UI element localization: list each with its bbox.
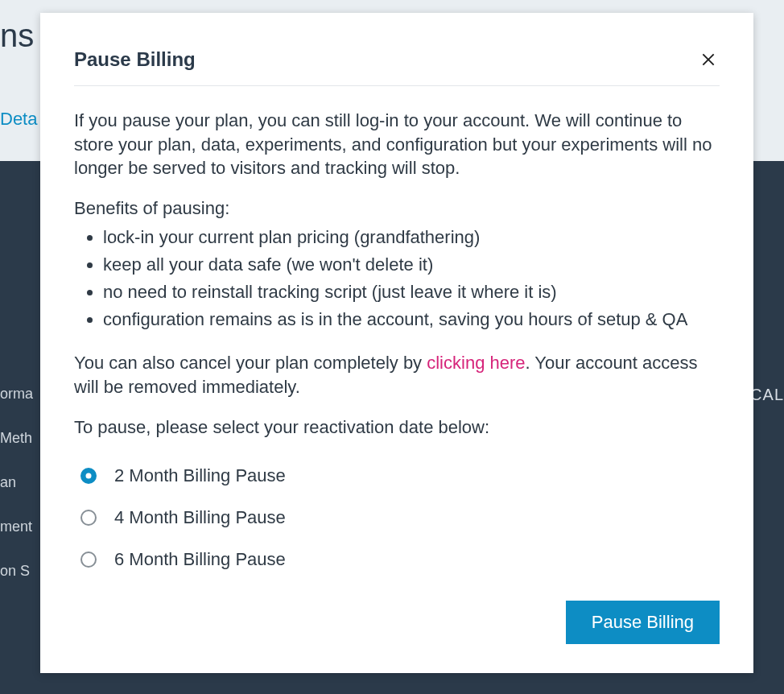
tab-details[interactable]: Deta bbox=[0, 109, 37, 130]
modal-header: Pause Billing bbox=[74, 48, 720, 86]
radio-label: 4 Month Billing Pause bbox=[114, 507, 286, 528]
sidebar-item[interactable]: an bbox=[0, 474, 16, 491]
benefits-heading: Benefits of pausing: bbox=[74, 198, 720, 219]
benefit-item: no need to reinstall tracking script (ju… bbox=[103, 279, 720, 306]
sidebar-item[interactable]: ment bbox=[0, 518, 32, 535]
close-button[interactable] bbox=[697, 48, 720, 71]
sidebar-item[interactable]: on S bbox=[0, 563, 30, 580]
pause-option-2-month[interactable]: 2 Month Billing Pause bbox=[80, 465, 720, 486]
radio-label: 6 Month Billing Pause bbox=[114, 549, 286, 570]
cancel-prefix: You can also cancel your plan completely… bbox=[74, 353, 427, 373]
radio-icon bbox=[80, 468, 97, 484]
modal-intro-text: If you pause your plan, you can still lo… bbox=[74, 109, 720, 180]
cancel-text: You can also cancel your plan completely… bbox=[74, 351, 720, 399]
select-reactivation-text: To pause, please select your reactivatio… bbox=[74, 417, 720, 438]
benefit-item: lock-in your current plan pricing (grand… bbox=[103, 224, 720, 251]
modal-title: Pause Billing bbox=[74, 48, 196, 71]
cancel-link[interactable]: clicking here bbox=[427, 353, 525, 373]
pause-duration-radio-group: 2 Month Billing Pause 4 Month Billing Pa… bbox=[74, 465, 720, 570]
pause-option-6-month[interactable]: 6 Month Billing Pause bbox=[80, 549, 720, 570]
benefit-item: keep all your data safe (we won't delete… bbox=[103, 251, 720, 279]
pause-billing-modal: Pause Billing If you pause your plan, yo… bbox=[40, 13, 753, 673]
pause-option-4-month[interactable]: 4 Month Billing Pause bbox=[80, 507, 720, 528]
radio-label: 2 Month Billing Pause bbox=[114, 465, 286, 486]
radio-icon bbox=[80, 510, 97, 526]
radio-icon bbox=[80, 551, 97, 568]
close-icon bbox=[700, 52, 716, 68]
modal-footer: Pause Billing bbox=[74, 576, 720, 644]
benefit-item: configuration remains as is in the accou… bbox=[103, 306, 720, 333]
benefits-list: lock-in your current plan pricing (grand… bbox=[74, 224, 720, 333]
pause-billing-button[interactable]: Pause Billing bbox=[566, 601, 720, 644]
sidebar-item[interactable]: orma bbox=[0, 386, 33, 403]
sidebar-item[interactable]: Meth bbox=[0, 430, 32, 447]
panel-right-fragment: CAL bbox=[750, 386, 784, 404]
